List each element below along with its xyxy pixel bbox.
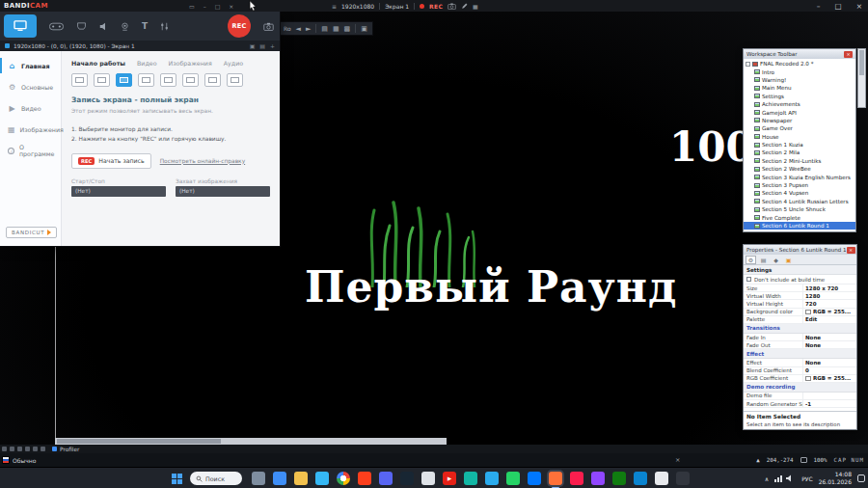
sidebar-item[interactable]: ▶Видео — [0, 97, 61, 119]
recording-mode-icon[interactable] — [138, 73, 154, 87]
workspace-scrollbar[interactable] — [857, 48, 866, 108]
capture-image-icon[interactable] — [263, 22, 274, 31]
sidebar-item[interactable]: ⚙Основные — [0, 76, 61, 97]
language-indicator[interactable]: РУС — [801, 475, 812, 482]
online-help-link[interactable]: Посмотреть онлайн-справку — [160, 158, 245, 164]
workspace-close-button[interactable]: × — [844, 51, 853, 58]
tree-item[interactable]: Section 2 Mini-Luntiks — [744, 157, 855, 165]
sidebar-item[interactable]: iО программе — [0, 140, 61, 161]
property-value[interactable]: 1280 x 720 — [803, 285, 856, 291]
recording-mode-icon[interactable] — [160, 73, 176, 87]
profiler-tab[interactable]: Profiler — [52, 447, 79, 452]
property-row[interactable]: Background colorRGB = 255... — [744, 309, 856, 316]
window-close-button[interactable]: × — [856, 2, 862, 11]
status-close-icon[interactable]: × — [675, 456, 680, 464]
screen-recording-mode-button[interactable] — [4, 14, 37, 38]
workspace-title-bar[interactable]: Workspace Toolbar × — [744, 49, 855, 59]
tree-item[interactable]: Section 5 Uncle Shnuck — [744, 205, 855, 213]
taskbar-app-icon[interactable] — [676, 472, 690, 485]
scrollbar-thumb[interactable] — [57, 439, 221, 444]
storyboard-editor-icon[interactable]: ▤ — [321, 25, 328, 33]
window-maximize-button[interactable]: □ — [835, 2, 842, 11]
rec-button[interactable]: REC — [228, 14, 251, 38]
layer-icon[interactable] — [25, 447, 30, 451]
property-value[interactable] — [803, 393, 856, 399]
frame-selector[interactable]: Ro — [284, 25, 291, 32]
tab-about-icon[interactable]: ▣ — [783, 256, 794, 264]
property-row[interactable]: Size1280 x 720 — [744, 285, 856, 292]
clock[interactable]: 14:08 26.01.2026 — [819, 471, 852, 486]
mixer-icon[interactable] — [160, 22, 169, 31]
recording-mode-icon[interactable] — [204, 73, 221, 87]
tree-item[interactable]: Section 2 WeeBee — [744, 165, 855, 173]
restore-mini-icon[interactable]: □ — [215, 3, 221, 10]
property-value[interactable]: 720 — [803, 300, 856, 307]
taskbar-app-icon[interactable] — [252, 472, 265, 485]
taskbar-app-icon[interactable] — [273, 472, 286, 485]
tree-item[interactable]: Section 3 Kuzia English Numbers — [744, 173, 855, 180]
layer-icon[interactable] — [41, 447, 45, 451]
property-value[interactable]: None — [803, 341, 856, 348]
tree-item[interactable]: Achievements — [744, 100, 855, 108]
zoom-level[interactable]: 100% — [814, 457, 827, 463]
property-row[interactable]: Virtual Width1280 — [744, 292, 856, 300]
taskbar-app-icon[interactable] — [506, 472, 520, 485]
game-recording-mode-icon[interactable] — [49, 22, 64, 31]
next-frame-icon[interactable]: ► — [306, 25, 311, 33]
recording-mode-icon[interactable] — [182, 73, 199, 87]
properties-close-button[interactable]: × — [847, 247, 855, 254]
tree-item[interactable]: Intro — [744, 68, 855, 75]
tab-runtime-icon[interactable]: ◆ — [771, 256, 781, 264]
start-recording-button[interactable]: REC Начать запись — [71, 153, 151, 169]
layer-icon[interactable] — [17, 447, 22, 451]
property-value[interactable]: RGB = 255... — [803, 375, 856, 382]
property-value[interactable]: Edit — [803, 316, 856, 323]
tree-item[interactable]: Section 2 Mila — [744, 149, 855, 156]
property-checkbox-row[interactable]: Don't include at build time — [744, 275, 856, 285]
taskbar-app-icon[interactable] — [464, 472, 477, 485]
property-value[interactable]: -1 — [803, 400, 856, 407]
property-row[interactable]: Demo file — [744, 393, 856, 400]
webcam-icon[interactable] — [121, 22, 129, 31]
property-row[interactable]: Random Generator Seed-1 — [744, 400, 856, 408]
tree-item[interactable]: Main Menu — [744, 84, 855, 92]
property-value[interactable]: RGB = 255... — [803, 309, 856, 315]
tree-item[interactable]: Section 3 Pupsen — [744, 181, 855, 189]
grid-icon[interactable]: ▦ — [473, 3, 478, 10]
recording-mode-icon[interactable] — [116, 73, 132, 87]
device-recording-mode-icon[interactable] — [76, 22, 87, 30]
bandicam-tab[interactable]: Начало работы — [71, 60, 125, 67]
recording-mode-icon[interactable] — [71, 73, 88, 87]
tree-item[interactable]: Section 1 Kuzia — [744, 141, 855, 149]
tray-expand-icon[interactable]: ∧ — [765, 475, 769, 482]
property-row[interactable]: Fade OutNone — [744, 341, 856, 349]
taskbar-app-icon[interactable] — [358, 472, 371, 485]
bandicam-tab[interactable]: Аудио — [224, 60, 243, 67]
taskbar-app-icon[interactable] — [612, 472, 626, 485]
property-value[interactable]: 0 — [803, 367, 856, 374]
taskbar-app-icon[interactable] — [549, 472, 562, 485]
recording-mode-icon[interactable] — [94, 73, 110, 87]
property-row[interactable]: Blend Coefficient0 — [744, 367, 856, 375]
taskbar-app-icon[interactable] — [570, 472, 583, 485]
tree-item[interactable]: Section 4 Vupsen — [744, 189, 855, 197]
taskbar-search[interactable]: Поиск — [190, 472, 242, 485]
tree-item[interactable]: Newspaper — [744, 117, 855, 124]
hotkey-input[interactable]: (Нет) — [176, 186, 270, 197]
tree-item[interactable]: Section 4 Luntik Russian Letters — [744, 198, 855, 205]
previous-frame-icon[interactable]: ◄ — [296, 25, 301, 33]
tree-item[interactable]: Section 6 Luntik Round 1 — [744, 222, 855, 230]
taskbar-app-icon[interactable] — [443, 472, 456, 485]
hotkey-input[interactable]: (Нет) — [71, 186, 166, 197]
tree-item[interactable]: House — [744, 133, 855, 141]
close-mini-icon[interactable]: × — [229, 3, 233, 10]
window-minimize-button[interactable]: – — [817, 2, 821, 11]
crosshair-icon[interactable]: + — [270, 42, 275, 49]
taskbar-app-icon[interactable] — [337, 472, 350, 485]
pin-icon[interactable]: ▭ — [189, 3, 195, 10]
scroll-top-icon[interactable]: ▲ — [756, 457, 760, 463]
taskbar-app-icon[interactable] — [485, 472, 499, 485]
horizontal-scrollbar[interactable] — [55, 438, 447, 445]
bandicam-tab[interactable]: Изображения — [169, 60, 212, 67]
taskbar-app-icon[interactable] — [315, 472, 329, 485]
